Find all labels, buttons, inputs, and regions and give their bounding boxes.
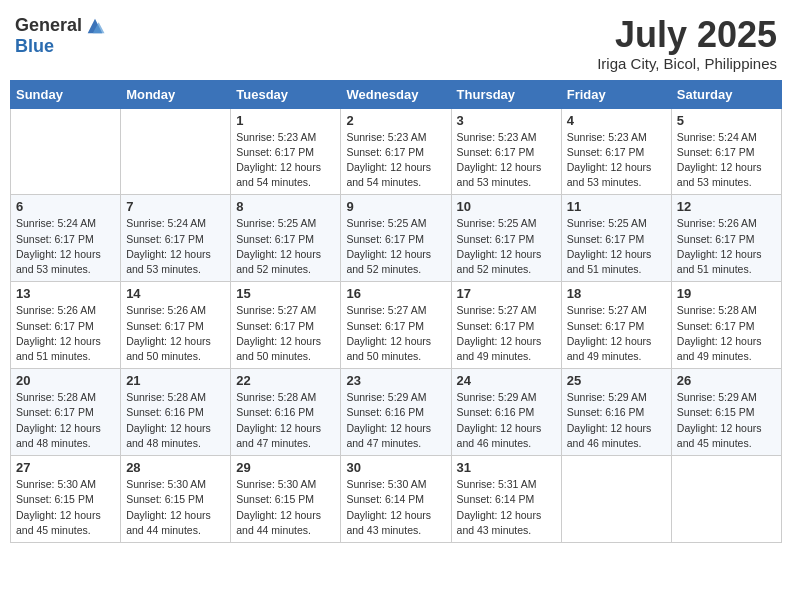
day-info: Sunrise: 5:27 AM Sunset: 6:17 PM Dayligh…	[457, 303, 556, 364]
day-info: Sunrise: 5:23 AM Sunset: 6:17 PM Dayligh…	[236, 130, 335, 191]
day-info: Sunrise: 5:29 AM Sunset: 6:16 PM Dayligh…	[567, 390, 666, 451]
day-info: Sunrise: 5:28 AM Sunset: 6:16 PM Dayligh…	[236, 390, 335, 451]
day-number: 9	[346, 199, 445, 214]
day-number: 22	[236, 373, 335, 388]
day-number: 1	[236, 113, 335, 128]
calendar-cell: 11Sunrise: 5:25 AM Sunset: 6:17 PM Dayli…	[561, 195, 671, 282]
weekday-header-cell: Monday	[121, 80, 231, 108]
day-info: Sunrise: 5:26 AM Sunset: 6:17 PM Dayligh…	[677, 216, 776, 277]
day-number: 11	[567, 199, 666, 214]
calendar-cell: 14Sunrise: 5:26 AM Sunset: 6:17 PM Dayli…	[121, 282, 231, 369]
calendar-cell: 15Sunrise: 5:27 AM Sunset: 6:17 PM Dayli…	[231, 282, 341, 369]
calendar-week-row: 6Sunrise: 5:24 AM Sunset: 6:17 PM Daylig…	[11, 195, 782, 282]
day-info: Sunrise: 5:25 AM Sunset: 6:17 PM Dayligh…	[567, 216, 666, 277]
day-number: 4	[567, 113, 666, 128]
calendar-cell: 5Sunrise: 5:24 AM Sunset: 6:17 PM Daylig…	[671, 108, 781, 195]
day-info: Sunrise: 5:28 AM Sunset: 6:16 PM Dayligh…	[126, 390, 225, 451]
day-info: Sunrise: 5:30 AM Sunset: 6:15 PM Dayligh…	[236, 477, 335, 538]
day-info: Sunrise: 5:27 AM Sunset: 6:17 PM Dayligh…	[346, 303, 445, 364]
calendar-cell: 13Sunrise: 5:26 AM Sunset: 6:17 PM Dayli…	[11, 282, 121, 369]
calendar-cell: 19Sunrise: 5:28 AM Sunset: 6:17 PM Dayli…	[671, 282, 781, 369]
day-number: 14	[126, 286, 225, 301]
day-info: Sunrise: 5:28 AM Sunset: 6:17 PM Dayligh…	[16, 390, 115, 451]
weekday-header-cell: Tuesday	[231, 80, 341, 108]
day-info: Sunrise: 5:26 AM Sunset: 6:17 PM Dayligh…	[126, 303, 225, 364]
day-info: Sunrise: 5:26 AM Sunset: 6:17 PM Dayligh…	[16, 303, 115, 364]
calendar-week-row: 13Sunrise: 5:26 AM Sunset: 6:17 PM Dayli…	[11, 282, 782, 369]
day-number: 17	[457, 286, 556, 301]
calendar-cell	[561, 456, 671, 543]
calendar-cell: 28Sunrise: 5:30 AM Sunset: 6:15 PM Dayli…	[121, 456, 231, 543]
day-info: Sunrise: 5:29 AM Sunset: 6:16 PM Dayligh…	[346, 390, 445, 451]
calendar-cell: 30Sunrise: 5:30 AM Sunset: 6:14 PM Dayli…	[341, 456, 451, 543]
day-number: 8	[236, 199, 335, 214]
calendar-cell: 9Sunrise: 5:25 AM Sunset: 6:17 PM Daylig…	[341, 195, 451, 282]
calendar-cell	[121, 108, 231, 195]
calendar-cell: 23Sunrise: 5:29 AM Sunset: 6:16 PM Dayli…	[341, 369, 451, 456]
day-info: Sunrise: 5:27 AM Sunset: 6:17 PM Dayligh…	[567, 303, 666, 364]
logo-general: General	[15, 16, 82, 36]
calendar-cell: 12Sunrise: 5:26 AM Sunset: 6:17 PM Dayli…	[671, 195, 781, 282]
calendar-cell: 29Sunrise: 5:30 AM Sunset: 6:15 PM Dayli…	[231, 456, 341, 543]
day-number: 15	[236, 286, 335, 301]
title-section: July 2025 Iriga City, Bicol, Philippines	[597, 15, 777, 72]
weekday-header-cell: Sunday	[11, 80, 121, 108]
calendar-cell: 6Sunrise: 5:24 AM Sunset: 6:17 PM Daylig…	[11, 195, 121, 282]
day-number: 3	[457, 113, 556, 128]
month-title: July 2025	[597, 15, 777, 55]
weekday-header-cell: Thursday	[451, 80, 561, 108]
day-info: Sunrise: 5:30 AM Sunset: 6:15 PM Dayligh…	[16, 477, 115, 538]
calendar-cell	[671, 456, 781, 543]
day-info: Sunrise: 5:24 AM Sunset: 6:17 PM Dayligh…	[126, 216, 225, 277]
logo: General Blue	[15, 15, 106, 57]
day-number: 13	[16, 286, 115, 301]
day-number: 24	[457, 373, 556, 388]
weekday-header-cell: Wednesday	[341, 80, 451, 108]
calendar-cell: 1Sunrise: 5:23 AM Sunset: 6:17 PM Daylig…	[231, 108, 341, 195]
day-info: Sunrise: 5:23 AM Sunset: 6:17 PM Dayligh…	[346, 130, 445, 191]
day-info: Sunrise: 5:27 AM Sunset: 6:17 PM Dayligh…	[236, 303, 335, 364]
day-number: 19	[677, 286, 776, 301]
calendar-cell: 18Sunrise: 5:27 AM Sunset: 6:17 PM Dayli…	[561, 282, 671, 369]
calendar-cell: 17Sunrise: 5:27 AM Sunset: 6:17 PM Dayli…	[451, 282, 561, 369]
day-info: Sunrise: 5:25 AM Sunset: 6:17 PM Dayligh…	[346, 216, 445, 277]
day-number: 29	[236, 460, 335, 475]
day-info: Sunrise: 5:24 AM Sunset: 6:17 PM Dayligh…	[16, 216, 115, 277]
weekday-header-row: SundayMondayTuesdayWednesdayThursdayFrid…	[11, 80, 782, 108]
calendar-cell: 21Sunrise: 5:28 AM Sunset: 6:16 PM Dayli…	[121, 369, 231, 456]
weekday-header-cell: Friday	[561, 80, 671, 108]
day-number: 31	[457, 460, 556, 475]
calendar-cell: 7Sunrise: 5:24 AM Sunset: 6:17 PM Daylig…	[121, 195, 231, 282]
day-info: Sunrise: 5:23 AM Sunset: 6:17 PM Dayligh…	[457, 130, 556, 191]
logo-icon	[84, 15, 106, 37]
day-number: 27	[16, 460, 115, 475]
day-number: 26	[677, 373, 776, 388]
calendar-cell: 31Sunrise: 5:31 AM Sunset: 6:14 PM Dayli…	[451, 456, 561, 543]
day-info: Sunrise: 5:23 AM Sunset: 6:17 PM Dayligh…	[567, 130, 666, 191]
calendar-week-row: 20Sunrise: 5:28 AM Sunset: 6:17 PM Dayli…	[11, 369, 782, 456]
calendar-cell: 25Sunrise: 5:29 AM Sunset: 6:16 PM Dayli…	[561, 369, 671, 456]
day-info: Sunrise: 5:25 AM Sunset: 6:17 PM Dayligh…	[457, 216, 556, 277]
weekday-header-cell: Saturday	[671, 80, 781, 108]
day-number: 10	[457, 199, 556, 214]
day-number: 7	[126, 199, 225, 214]
day-number: 30	[346, 460, 445, 475]
day-number: 6	[16, 199, 115, 214]
day-number: 18	[567, 286, 666, 301]
calendar-cell: 27Sunrise: 5:30 AM Sunset: 6:15 PM Dayli…	[11, 456, 121, 543]
day-number: 2	[346, 113, 445, 128]
day-info: Sunrise: 5:30 AM Sunset: 6:14 PM Dayligh…	[346, 477, 445, 538]
page-header: General Blue July 2025 Iriga City, Bicol…	[10, 10, 782, 72]
calendar-cell: 8Sunrise: 5:25 AM Sunset: 6:17 PM Daylig…	[231, 195, 341, 282]
calendar-cell: 26Sunrise: 5:29 AM Sunset: 6:15 PM Dayli…	[671, 369, 781, 456]
day-info: Sunrise: 5:29 AM Sunset: 6:16 PM Dayligh…	[457, 390, 556, 451]
calendar-body: 1Sunrise: 5:23 AM Sunset: 6:17 PM Daylig…	[11, 108, 782, 542]
day-number: 28	[126, 460, 225, 475]
day-number: 16	[346, 286, 445, 301]
calendar-cell: 20Sunrise: 5:28 AM Sunset: 6:17 PM Dayli…	[11, 369, 121, 456]
calendar-cell: 4Sunrise: 5:23 AM Sunset: 6:17 PM Daylig…	[561, 108, 671, 195]
day-info: Sunrise: 5:29 AM Sunset: 6:15 PM Dayligh…	[677, 390, 776, 451]
day-info: Sunrise: 5:28 AM Sunset: 6:17 PM Dayligh…	[677, 303, 776, 364]
day-number: 25	[567, 373, 666, 388]
day-number: 23	[346, 373, 445, 388]
